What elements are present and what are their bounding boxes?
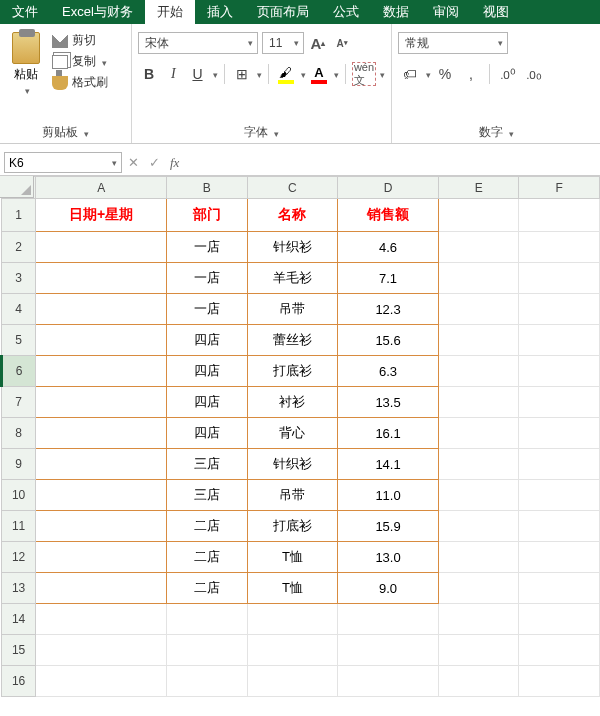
- row-header-12[interactable]: 12: [2, 542, 36, 573]
- dialog-launcher-icon[interactable]: [507, 126, 514, 140]
- cell-E1[interactable]: [438, 199, 519, 232]
- cell-F12[interactable]: [519, 542, 600, 573]
- cell-D1[interactable]: 销售额: [338, 199, 439, 232]
- paste-button[interactable]: 粘贴: [6, 28, 46, 97]
- decrease-font-button[interactable]: A▾: [332, 32, 352, 54]
- fill-color-button[interactable]: 🖌: [275, 65, 297, 84]
- cell-B5[interactable]: 四店: [167, 325, 248, 356]
- cell-B2[interactable]: 一店: [167, 232, 248, 263]
- cell-B16[interactable]: [167, 666, 248, 697]
- cell-D4[interactable]: 12.3: [338, 294, 439, 325]
- menu-tab-5[interactable]: 公式: [321, 0, 371, 24]
- cell-A15[interactable]: [36, 635, 167, 666]
- cell-C12[interactable]: T恤: [247, 542, 338, 573]
- cell-B4[interactable]: 一店: [167, 294, 248, 325]
- cell-E6[interactable]: [438, 356, 519, 387]
- cell-D13[interactable]: 9.0: [338, 573, 439, 604]
- cell-E14[interactable]: [438, 604, 519, 635]
- cell-B6[interactable]: 四店: [167, 356, 248, 387]
- cell-F10[interactable]: [519, 480, 600, 511]
- cell-E16[interactable]: [438, 666, 519, 697]
- cell-D14[interactable]: [338, 604, 439, 635]
- cell-C15[interactable]: [247, 635, 338, 666]
- cancel-formula-button[interactable]: ✕: [128, 155, 139, 170]
- row-header-4[interactable]: 4: [2, 294, 36, 325]
- cell-A7[interactable]: [36, 387, 167, 418]
- formula-input[interactable]: [185, 150, 600, 175]
- column-header-B[interactable]: B: [167, 177, 248, 199]
- row-header-15[interactable]: 15: [2, 635, 36, 666]
- cell-F9[interactable]: [519, 449, 600, 480]
- cut-button[interactable]: 剪切: [52, 32, 108, 49]
- cell-D10[interactable]: 11.0: [338, 480, 439, 511]
- cell-C1[interactable]: 名称: [247, 199, 338, 232]
- cell-F4[interactable]: [519, 294, 600, 325]
- cell-E12[interactable]: [438, 542, 519, 573]
- chevron-down-icon[interactable]: [299, 67, 306, 81]
- fx-icon[interactable]: fx: [170, 155, 179, 171]
- font-name-combo[interactable]: 宋体▾: [138, 32, 258, 54]
- cell-B1[interactable]: 部门: [167, 199, 248, 232]
- dialog-launcher-icon[interactable]: [82, 126, 89, 140]
- cell-F1[interactable]: [519, 199, 600, 232]
- cell-A12[interactable]: [36, 542, 167, 573]
- chevron-down-icon[interactable]: [100, 55, 107, 69]
- row-header-10[interactable]: 10: [2, 480, 36, 511]
- cell-A16[interactable]: [36, 666, 167, 697]
- menu-tab-1[interactable]: Excel与财务: [50, 0, 145, 24]
- cell-F16[interactable]: [519, 666, 600, 697]
- cell-C8[interactable]: 背心: [247, 418, 338, 449]
- row-header-14[interactable]: 14: [2, 604, 36, 635]
- cell-E13[interactable]: [438, 573, 519, 604]
- row-header-16[interactable]: 16: [2, 666, 36, 697]
- chevron-down-icon[interactable]: [211, 67, 218, 81]
- cell-E5[interactable]: [438, 325, 519, 356]
- cell-C4[interactable]: 吊带: [247, 294, 338, 325]
- cell-A2[interactable]: [36, 232, 167, 263]
- cell-B14[interactable]: [167, 604, 248, 635]
- menu-tab-6[interactable]: 数据: [371, 0, 421, 24]
- copy-button[interactable]: 复制: [52, 53, 108, 70]
- cell-D11[interactable]: 15.9: [338, 511, 439, 542]
- italic-button[interactable]: I: [162, 62, 184, 86]
- cell-D6[interactable]: 6.3: [338, 356, 439, 387]
- cell-C13[interactable]: T恤: [247, 573, 338, 604]
- row-header-13[interactable]: 13: [2, 573, 36, 604]
- cell-F14[interactable]: [519, 604, 600, 635]
- cell-F11[interactable]: [519, 511, 600, 542]
- cell-A9[interactable]: [36, 449, 167, 480]
- confirm-formula-button[interactable]: ✓: [149, 155, 160, 170]
- cell-A4[interactable]: [36, 294, 167, 325]
- number-format-combo[interactable]: 常规▾: [398, 32, 508, 54]
- cell-A11[interactable]: [36, 511, 167, 542]
- cell-C14[interactable]: [247, 604, 338, 635]
- cell-D5[interactable]: 15.6: [338, 325, 439, 356]
- cell-F13[interactable]: [519, 573, 600, 604]
- cell-D8[interactable]: 16.1: [338, 418, 439, 449]
- font-size-combo[interactable]: 11▾: [262, 32, 304, 54]
- increase-font-button[interactable]: A▴: [308, 32, 328, 54]
- row-header-3[interactable]: 3: [2, 263, 36, 294]
- menu-tab-2[interactable]: 开始: [145, 0, 195, 24]
- menu-tab-0[interactable]: 文件: [0, 0, 50, 24]
- cell-E9[interactable]: [438, 449, 519, 480]
- row-header-7[interactable]: 7: [2, 387, 36, 418]
- increase-decimal-button[interactable]: .0⁰: [496, 62, 520, 86]
- cell-C2[interactable]: 针织衫: [247, 232, 338, 263]
- cell-D7[interactable]: 13.5: [338, 387, 439, 418]
- cell-A13[interactable]: [36, 573, 167, 604]
- cell-D15[interactable]: [338, 635, 439, 666]
- cell-B10[interactable]: 三店: [167, 480, 248, 511]
- cell-A6[interactable]: [36, 356, 167, 387]
- chevron-down-icon[interactable]: [378, 67, 385, 81]
- cell-B11[interactable]: 二店: [167, 511, 248, 542]
- row-header-5[interactable]: 5: [2, 325, 36, 356]
- cell-F2[interactable]: [519, 232, 600, 263]
- cell-D9[interactable]: 14.1: [338, 449, 439, 480]
- cell-B9[interactable]: 三店: [167, 449, 248, 480]
- cell-E7[interactable]: [438, 387, 519, 418]
- menu-tab-7[interactable]: 审阅: [421, 0, 471, 24]
- cell-A10[interactable]: [36, 480, 167, 511]
- chevron-down-icon[interactable]: [255, 67, 262, 81]
- cell-E10[interactable]: [438, 480, 519, 511]
